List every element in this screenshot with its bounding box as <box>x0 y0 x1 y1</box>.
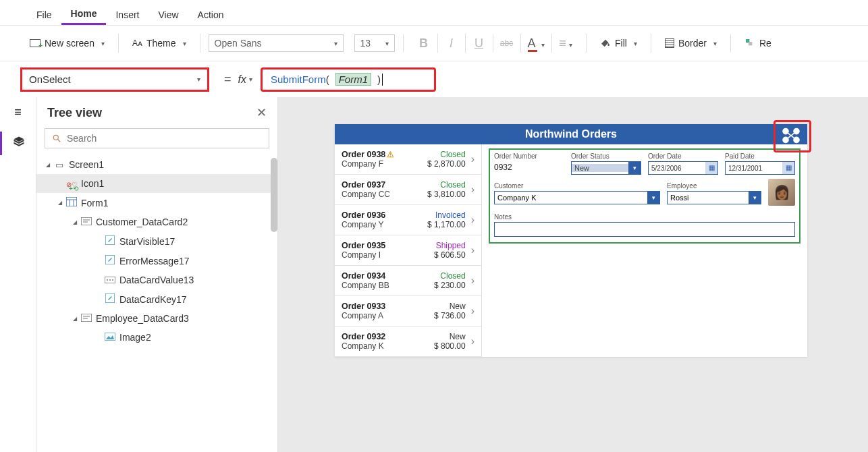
order-list: Order 0938⚠Company FClosed$ 2,870.00›Ord… <box>335 144 482 357</box>
chevron-down-icon: ▾ <box>101 40 105 47</box>
tree-list: ◢▭Screen1⊘♡+⟲Icon1◢Form1◢Customer_DataCa… <box>36 155 277 347</box>
employee-select[interactable]: Rossi▾ <box>667 191 761 204</box>
tree-item-errormessage17[interactable]: ErrorMessage17 <box>36 251 277 271</box>
order-row[interactable]: Order 0932Company KNew$ 800.00› <box>335 327 481 357</box>
orderdate-value: 5/23/2006 <box>649 165 705 172</box>
orderdate-label: Order Date <box>648 152 718 160</box>
fill-button[interactable]: Fill ▾ <box>595 35 643 51</box>
tree-view-panel: Tree view ✕ ◢▭Screen1⊘♡+⟲Icon1◢Form1◢Cus… <box>36 97 278 452</box>
chevron-right-icon: › <box>471 153 474 165</box>
font-select[interactable]: Open Sans ▾ <box>209 34 344 52</box>
order-row[interactable]: Order 0933Company ANew$ 736.00› <box>335 296 481 327</box>
close-icon[interactable]: ✕ <box>256 105 267 120</box>
property-name: OnSelect <box>29 74 71 85</box>
paiddate-input[interactable]: 12/31/2001▦ <box>725 161 795 175</box>
main-area: ≡ Tree view ✕ ◢▭Screen1⊘♡+⟲Icon1◢Form1◢C… <box>0 97 868 452</box>
reorder-icon <box>744 38 755 49</box>
font-color-button[interactable]: A ▾ <box>528 36 545 51</box>
employee-label: Employee <box>667 182 697 190</box>
tree-item-form1[interactable]: ◢Form1 <box>36 193 277 213</box>
font-size-value: 13 <box>360 38 371 49</box>
paiddate-label: Paid Date <box>725 152 795 160</box>
svg-point-16 <box>112 279 113 281</box>
font-value: Open Sans <box>215 38 262 49</box>
chevron-down-icon: ▾ <box>749 192 761 204</box>
search-icon <box>52 134 61 143</box>
left-rail: ≡ <box>0 97 36 452</box>
chevron-down-icon: ▾ <box>628 162 641 174</box>
bold-button[interactable]: B <box>417 36 431 51</box>
search-input[interactable] <box>45 128 269 148</box>
fill-label: Fill <box>615 38 627 49</box>
underline-button[interactable]: U <box>472 36 486 51</box>
tree-item-datacardvalue13[interactable]: DataCardValue13 <box>36 271 277 289</box>
tree-view-title: Tree view <box>47 106 102 120</box>
status-value: New <box>572 164 628 172</box>
chevron-right-icon: › <box>471 214 474 226</box>
order-row[interactable]: Order 0938⚠Company FClosed$ 2,870.00› <box>335 144 481 175</box>
formula-arg: Form1 <box>335 73 371 86</box>
align-button[interactable]: ≡▾ <box>559 36 572 51</box>
orderdate-input[interactable]: 5/23/2006▦ <box>648 161 718 175</box>
reorder-button[interactable]: Re <box>739 35 777 51</box>
order-row[interactable]: Order 0937Company CCClosed$ 3,810.00› <box>335 175 481 205</box>
new-screen-label: New screen <box>45 38 94 49</box>
notes-label: Notes <box>494 213 512 221</box>
tree-item-datacardkey17[interactable]: DataCardKey17 <box>36 289 277 309</box>
order-row[interactable]: Order 0934Company BBClosed$ 230.00› <box>335 266 481 296</box>
italic-button[interactable]: I <box>445 36 458 51</box>
paiddate-value: 12/31/2001 <box>726 165 782 172</box>
formula-input[interactable]: SubmitForm( Form1 ) <box>261 67 436 92</box>
menu-bar: FileHomeInsertViewAction <box>0 0 868 26</box>
theme-button[interactable]: Aᴀ Theme ▾ <box>127 35 192 51</box>
app-preview: Northwind Orders Order 0938⚠Company FClo… <box>335 124 807 357</box>
menu-file[interactable]: File <box>27 5 61 24</box>
tree-item-image2[interactable]: Image2 <box>36 328 277 347</box>
form-selection-border: Order Number0932 Order Status New▾ Order… <box>489 148 801 244</box>
customer-label: Customer <box>494 182 523 190</box>
menu-action[interactable]: Action <box>188 5 234 24</box>
tree-item-starvisible17[interactable]: StarVisible17 <box>36 231 277 251</box>
chevron-down-icon[interactable]: ▾ <box>249 76 252 83</box>
svg-rect-4 <box>66 197 77 206</box>
tree-item-screen1[interactable]: ◢▭Screen1 <box>36 155 277 174</box>
app-header: Northwind Orders <box>335 124 807 144</box>
tree-item-customer_datacard2[interactable]: ◢Customer_DataCard2 <box>36 213 277 231</box>
property-select[interactable]: OnSelect ▾ <box>20 67 209 92</box>
fill-bucket-icon <box>600 38 611 49</box>
border-label: Border <box>678 38 707 49</box>
customer-value: Company K <box>495 194 647 202</box>
chevron-right-icon: › <box>471 305 474 317</box>
chevron-right-icon: › <box>471 275 474 287</box>
sync-icon[interactable] <box>779 125 803 146</box>
formula-function: SubmitForm <box>271 74 326 85</box>
hamburger-icon[interactable]: ≡ <box>14 105 22 119</box>
calendar-icon: ▦ <box>705 162 717 174</box>
layers-icon[interactable] <box>13 136 25 151</box>
scrollbar-thumb[interactable] <box>271 158 277 232</box>
svg-rect-18 <box>81 314 92 322</box>
tree-item-employee_datacard3[interactable]: ◢Employee_DataCard3 <box>36 309 277 328</box>
font-size-select[interactable]: 13 ▾ <box>354 34 395 52</box>
menu-insert[interactable]: Insert <box>106 5 148 24</box>
status-select[interactable]: New▾ <box>571 161 641 175</box>
tree-item-icon1[interactable]: ⊘♡+⟲Icon1 <box>36 174 277 193</box>
chevron-right-icon: › <box>471 183 474 196</box>
search-field[interactable] <box>67 133 262 144</box>
order-row[interactable]: Order 0935Company IShipped$ 606.50› <box>335 235 481 266</box>
chevron-down-icon: ▾ <box>197 76 200 83</box>
chevron-down-icon: ▾ <box>647 192 659 204</box>
order-row[interactable]: Order 0936Company YInvoiced$ 1,170.00› <box>335 205 481 235</box>
chevron-right-icon: › <box>471 335 474 347</box>
border-button[interactable]: Border ▾ <box>659 35 722 51</box>
strike-button[interactable]: abc <box>500 38 514 48</box>
customer-select[interactable]: Company K▾ <box>494 191 660 204</box>
notes-input[interactable] <box>494 222 795 237</box>
screen-icon <box>30 39 40 47</box>
svg-point-14 <box>107 279 108 281</box>
menu-home[interactable]: Home <box>61 4 107 25</box>
theme-label: Theme <box>146 38 176 49</box>
new-screen-button[interactable]: New screen ▾ <box>24 35 110 51</box>
menu-view[interactable]: View <box>148 5 188 24</box>
svg-line-3 <box>58 140 61 142</box>
